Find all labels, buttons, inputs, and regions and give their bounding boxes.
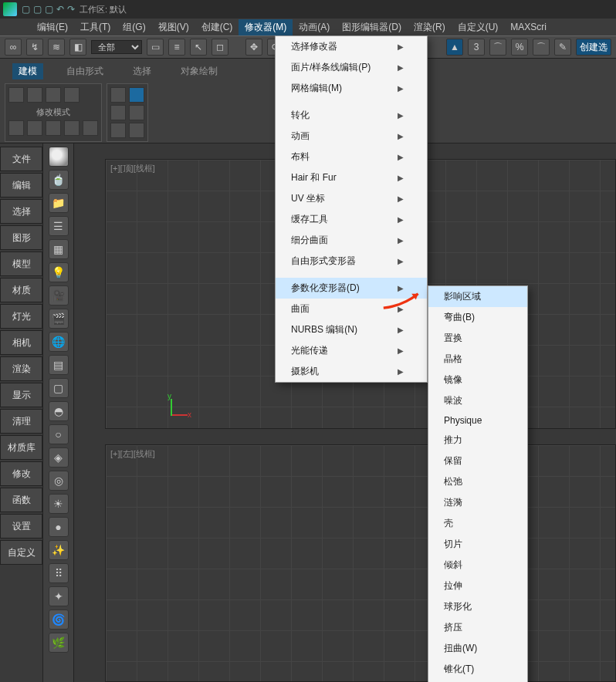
tool-snap-spinner-icon[interactable]: ⌒ xyxy=(533,39,550,56)
param-deformer-item-8[interactable]: 保留 xyxy=(428,451,527,471)
asset-dome-icon[interactable]: ◓ xyxy=(49,401,69,421)
param-deformer-item-16[interactable]: 挤压 xyxy=(428,617,527,638)
menu-maxscript[interactable]: MAXScri xyxy=(504,20,553,34)
modifiers-menu-item-6[interactable]: Hair 和 Fur▶ xyxy=(276,167,427,188)
param-deformer-item-14[interactable]: 拉伸 xyxy=(428,576,527,596)
side-tab-4[interactable]: 模型 xyxy=(0,252,42,276)
subobj-poly-icon[interactable] xyxy=(64,120,80,136)
tool-bind-icon[interactable]: ≋ xyxy=(48,39,65,56)
workspace-label[interactable]: 工作区: 默认 xyxy=(80,4,127,15)
param-deformer-item-15[interactable]: 球形化 xyxy=(428,596,527,617)
asset-clap-icon[interactable]: 🎬 xyxy=(49,309,69,329)
tool-snap-angle2-icon[interactable]: ⌒ xyxy=(489,39,506,56)
param-deformer-item-12[interactable]: 切片 xyxy=(428,534,527,555)
param-deformer-item-4[interactable]: 镜像 xyxy=(428,370,527,390)
side-tab-3[interactable]: 图形 xyxy=(0,225,42,250)
side-tab-6[interactable]: 灯光 xyxy=(0,304,42,329)
param-deformer-item-11[interactable]: 壳 xyxy=(428,513,527,534)
param-deformer-item-17[interactable]: 扭曲(W) xyxy=(428,638,527,659)
qat-save-icon[interactable]: ▢ xyxy=(45,4,53,15)
modifiers-menu-item-13[interactable]: NURBS 编辑(N)▶ xyxy=(276,319,427,340)
asset-sphere-icon[interactable]: ● xyxy=(49,517,69,537)
tool-edit-named-icon[interactable]: ✎ xyxy=(554,39,571,56)
menu-customize[interactable]: 自定义(U) xyxy=(452,19,505,35)
modifiers-menu-item-7[interactable]: UV 坐标▶ xyxy=(276,188,427,209)
side-tab-1[interactable]: 编辑 xyxy=(0,173,42,198)
ribbon-tab-freeform[interactable]: 自由形式 xyxy=(60,63,110,79)
sec-btn-2[interactable] xyxy=(129,87,144,103)
viewport-top-label[interactable]: [+][顶][线框] xyxy=(110,163,155,174)
modifiers-menu-item-0[interactable]: 选择修改器▶ xyxy=(276,36,427,57)
modifiers-menu-item-12[interactable]: 曲面▶ xyxy=(276,299,427,319)
tool-quickrender-icon[interactable]: ▲ xyxy=(446,39,463,56)
menu-create[interactable]: 创建(C) xyxy=(195,19,239,35)
asset-deer-icon[interactable] xyxy=(49,147,69,167)
ribbon-tab-modeling[interactable]: 建模 xyxy=(12,63,43,79)
sec-btn-5[interactable] xyxy=(110,123,126,138)
app-icon[interactable] xyxy=(3,2,17,16)
asset-hex-icon[interactable]: ◈ xyxy=(49,447,69,468)
subobj-edge-icon[interactable] xyxy=(27,120,42,136)
asset-dots-icon[interactable]: ⠿ xyxy=(49,563,69,583)
param-deformer-item-7[interactable]: 推力 xyxy=(428,430,527,451)
param-deformer-item-9[interactable]: 松弛 xyxy=(428,471,527,492)
selection-filter-dropdown[interactable]: 全部 xyxy=(91,40,142,54)
side-tab-11[interactable]: 材质库 xyxy=(0,435,42,460)
modifiers-menu-item-3[interactable]: 转化▶ xyxy=(276,105,427,126)
sec-btn-3[interactable] xyxy=(110,105,126,120)
modifiers-menu-item-8[interactable]: 缓存工具▶ xyxy=(276,209,427,230)
side-tab-0[interactable]: 文件 xyxy=(0,147,42,171)
asset-circle-icon[interactable]: ○ xyxy=(49,424,69,444)
asset-donut-icon[interactable]: ◎ xyxy=(49,471,69,491)
asset-teapot-icon[interactable]: 🍵 xyxy=(49,170,69,190)
tool-byname-icon[interactable]: ≡ xyxy=(168,39,185,56)
sec-btn-1[interactable] xyxy=(110,87,126,103)
menu-group[interactable]: 组(G) xyxy=(117,19,151,35)
param-deformer-item-10[interactable]: 涟漪 xyxy=(428,492,527,513)
modifiers-menu-item-4[interactable]: 动画▶ xyxy=(276,126,427,147)
asset-grid-icon[interactable]: ▦ xyxy=(49,239,69,259)
modifiers-menu-item-11[interactable]: 参数化变形器(D)▶ xyxy=(276,278,427,299)
side-tab-9[interactable]: 显示 xyxy=(0,383,42,407)
sec-btn-6[interactable] xyxy=(129,123,144,138)
qat-open-icon[interactable]: ▢ xyxy=(33,4,42,15)
mode-btn-4[interactable] xyxy=(64,87,80,103)
subobj-vertex-icon[interactable] xyxy=(8,120,24,136)
modifiers-menu-item-10[interactable]: 自由形式变形器▶ xyxy=(276,251,427,272)
tool-cursor-icon[interactable]: ↖ xyxy=(190,39,207,56)
asset-swirl-icon[interactable]: 🌀 xyxy=(49,609,69,630)
param-deformer-item-13[interactable]: 倾斜 xyxy=(428,555,527,576)
side-tab-7[interactable]: 相机 xyxy=(0,330,42,355)
viewport-left[interactable]: [+][左][线框] xyxy=(105,444,616,682)
mode-btn-1[interactable] xyxy=(8,87,24,103)
tool-snap-percent-icon[interactable]: % xyxy=(511,39,528,56)
qat-new-icon[interactable]: ▢ xyxy=(22,4,30,15)
side-tab-5[interactable]: 材质 xyxy=(0,278,42,302)
viewport-left-label[interactable]: [+][左][线框] xyxy=(110,448,155,460)
side-tab-14[interactable]: 设置 xyxy=(0,514,42,539)
side-tab-8[interactable]: 渲染 xyxy=(0,356,42,381)
modifiers-menu-item-9[interactable]: 细分曲面▶ xyxy=(276,230,427,251)
param-deformer-item-3[interactable]: 晶格 xyxy=(428,349,527,370)
param-deformer-item-18[interactable]: 锥化(T) xyxy=(428,659,527,680)
side-tab-15[interactable]: 自定义 xyxy=(0,540,42,565)
menu-animation[interactable]: 动画(A) xyxy=(293,19,336,35)
tool-region-icon[interactable]: ◻ xyxy=(212,39,228,56)
param-deformer-item-5[interactable]: 噪波 xyxy=(428,390,527,411)
asset-folder-icon[interactable]: 📁 xyxy=(49,193,69,213)
menu-views[interactable]: 视图(V) xyxy=(152,19,195,35)
menu-rendering[interactable]: 渲染(R) xyxy=(408,19,452,35)
asset-sun-icon[interactable]: ☀ xyxy=(49,494,69,514)
side-tab-10[interactable]: 清理 xyxy=(0,409,42,434)
mode-btn-2[interactable] xyxy=(27,87,42,103)
param-deformer-item-1[interactable]: 弯曲(B) xyxy=(428,307,527,328)
asset-layer-icon[interactable]: ▤ xyxy=(49,355,69,375)
modifiers-menu-item-1[interactable]: 面片/样条线编辑(P)▶ xyxy=(276,57,427,78)
asset-bulb-icon[interactable]: 💡 xyxy=(49,262,69,282)
tool-create-selection-set[interactable]: 创建选 xyxy=(576,39,611,56)
qat-redo-icon[interactable]: ↷ xyxy=(67,4,75,15)
subobj-border-icon[interactable] xyxy=(46,120,61,136)
menu-modifiers[interactable]: 修改器(M) xyxy=(239,19,293,35)
asset-list-icon[interactable]: ☰ xyxy=(49,216,69,236)
mode-btn-3[interactable] xyxy=(46,87,61,103)
